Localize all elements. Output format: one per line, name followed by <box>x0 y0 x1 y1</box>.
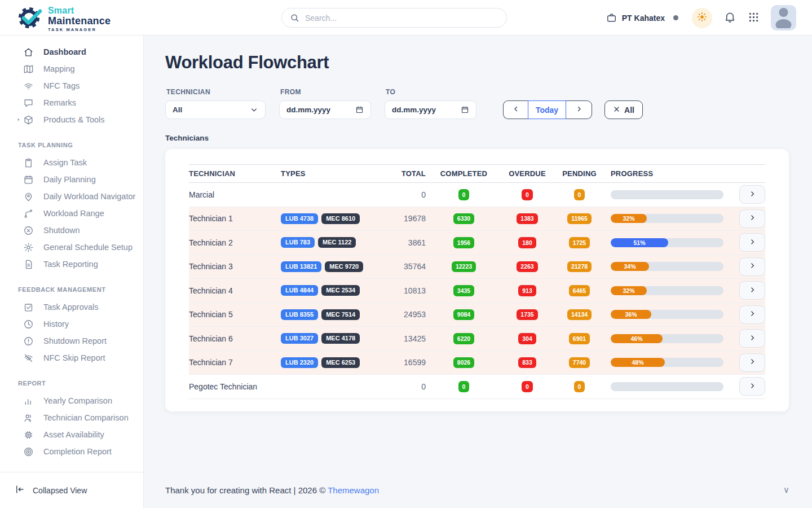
sidebar-item-workload-range[interactable]: Workload Range <box>0 205 143 222</box>
sidebar-item-nfc-tags[interactable]: NFC Tags <box>0 77 143 94</box>
sidebar-item-label: Shutdown Report <box>43 336 107 345</box>
briefcase-icon <box>606 12 617 23</box>
filters-bar: TECHNICIAN All FROM dd.mm.yyyy <box>165 88 789 119</box>
check-square-icon <box>23 302 34 313</box>
row-expand-button[interactable] <box>739 209 765 228</box>
row-expand-button[interactable] <box>739 353 765 372</box>
next-day-button[interactable] <box>566 100 592 119</box>
table-caption: Technicians <box>165 134 789 142</box>
previous-day-button[interactable] <box>503 100 528 119</box>
sidebar-item-products-tools[interactable]: Products & Tools <box>0 111 143 128</box>
pending-badge: 6465 <box>569 285 590 296</box>
sidebar-item-label: Workload Range <box>43 209 104 218</box>
mec-badge: MEC 7514 <box>321 309 360 320</box>
organization-name: PT Kahatex <box>622 14 665 23</box>
sidebar-item-shutdown[interactable]: Shutdown <box>0 222 143 239</box>
column-header-overdue: OVERDUE <box>502 169 553 178</box>
today-button[interactable]: Today <box>528 100 566 119</box>
row-expand-button[interactable] <box>739 305 765 324</box>
pending-badge: 0 <box>574 381 585 392</box>
mec-badge: MEC 4178 <box>321 333 360 344</box>
sidebar-item-shutdown-report[interactable]: Shutdown Report <box>0 332 143 349</box>
nfc-skip-icon <box>23 353 34 364</box>
table-row: Technician 1LUB 4738MEC 8610196786330138… <box>189 207 765 231</box>
person-icon <box>771 5 796 30</box>
sidebar-item-asset-availability[interactable]: Asset Availability <box>0 426 143 443</box>
overdue-badge: 913 <box>518 285 536 296</box>
sidebar-item-assign-task[interactable]: Assign Task <box>0 154 143 171</box>
themewagon-link[interactable]: Themewagon <box>328 485 379 495</box>
sidebar-item-label: Task Approvals <box>43 303 99 312</box>
sidebar-item-history[interactable]: History <box>0 316 143 332</box>
theme-toggle-button[interactable] <box>692 8 712 28</box>
sidebar-item-technician-comparison[interactable]: Technician Comparison <box>0 409 143 426</box>
top-bar: Smart Maintenance TASK MANAGER PT Kahate… <box>0 0 812 36</box>
footer-text: Thank you for creating with React | 2026… <box>165 485 379 495</box>
row-expand-button[interactable] <box>739 185 765 204</box>
chevron-right-icon <box>749 262 756 271</box>
collapse-icon <box>15 484 25 496</box>
completed-badge: 0 <box>458 381 470 392</box>
chevron-down-icon <box>250 106 258 114</box>
row-expand-button[interactable] <box>739 233 765 252</box>
progress-bar: 32% <box>611 286 723 295</box>
chevron-right-icon <box>575 105 583 115</box>
table-row: Marcial0000 <box>189 183 765 207</box>
report-icon <box>23 259 34 270</box>
nfc-icon <box>23 81 34 91</box>
row-expand-button[interactable] <box>739 281 765 300</box>
chevron-right-icon <box>749 214 756 223</box>
sidebar-section-title: FEEDBACK MANAGEMENT <box>18 286 143 293</box>
alert-circle-icon <box>23 336 34 347</box>
sidebar-item-dashboard[interactable]: Dashboard <box>0 43 143 60</box>
row-expand-button[interactable] <box>739 257 765 276</box>
from-filter-label: FROM <box>279 88 371 96</box>
progress-fill: 32% <box>611 286 647 295</box>
collapse-sidebar-button[interactable]: Collapsed View <box>0 472 143 508</box>
sidebar-item-remarks[interactable]: Remarks <box>0 94 143 111</box>
lub-badge: LUB 8355 <box>281 309 318 320</box>
from-date-input[interactable]: dd.mm.yyyy <box>279 100 371 119</box>
organization-selector[interactable]: PT Kahatex <box>606 12 678 23</box>
to-date-input[interactable]: dd.mm.yyyy <box>385 100 476 119</box>
row-expand-button[interactable] <box>739 377 765 396</box>
column-header-progress: PROGRESS <box>606 169 732 178</box>
technician-name: Technician 3 <box>189 262 281 271</box>
technician-select[interactable]: All <box>165 100 266 119</box>
sidebar-item-task-reporting[interactable]: Task Reporting <box>0 256 143 273</box>
sidebar-item-nfc-skip-report[interactable]: NFC Skip Report <box>0 349 143 366</box>
user-avatar[interactable] <box>771 5 796 30</box>
sidebar-item-task-approvals[interactable]: Task Approvals <box>0 299 143 316</box>
progress-bar <box>611 382 723 391</box>
sidebar-item-daily-planning[interactable]: Daily Planning <box>0 171 143 188</box>
sidebar-item-completion-report[interactable]: Completion Report <box>0 443 143 460</box>
sidebar-item-yearly-comparison[interactable]: Yearly Comparison <box>0 392 143 409</box>
clock-icon <box>23 319 34 330</box>
sidebar-item-mapping[interactable]: Mapping <box>0 60 143 77</box>
apps-grid-button[interactable] <box>748 11 760 25</box>
clear-all-button[interactable]: All <box>604 100 643 119</box>
table-row: Technician 6LUB 3027MEC 4178134256220304… <box>189 327 765 351</box>
table-header-row: TECHNICIANTYPESTOTALCOMPLETEDOVERDUEPEND… <box>189 164 765 183</box>
sidebar-item-label: Yearly Comparison <box>43 396 112 405</box>
target-icon <box>23 446 34 457</box>
sidebar-item-general-schedule-setup[interactable]: General Schedule Setup <box>0 239 143 256</box>
mec-badge: MEC 1122 <box>318 237 356 248</box>
technicians-card: TECHNICIANTYPESTOTALCOMPLETEDOVERDUEPEND… <box>165 149 789 411</box>
sidebar-item-daily-workload-navigator[interactable]: Daily Workload Navigator <box>0 188 143 205</box>
progress-fill: 48% <box>611 358 665 367</box>
table-row: Pegotec Technician0000 <box>189 375 765 399</box>
caret-right-icon[interactable] <box>16 117 21 122</box>
notifications-button[interactable] <box>723 11 736 25</box>
progress-fill: 46% <box>611 334 663 343</box>
search-input[interactable] <box>305 14 498 23</box>
gear-icon <box>23 242 34 253</box>
route-icon <box>23 208 34 219</box>
footer-chevron-icon[interactable]: ∨ <box>783 485 789 495</box>
row-expand-button[interactable] <box>739 329 765 348</box>
app-logo[interactable]: Smart Maintenance TASK MANAGER <box>17 5 111 33</box>
pending-badge: 11965 <box>567 213 592 225</box>
to-date-value: dd.mm.yyyy <box>392 106 436 114</box>
completed-badge: 12223 <box>452 261 476 273</box>
completed-badge: 6220 <box>453 333 474 344</box>
